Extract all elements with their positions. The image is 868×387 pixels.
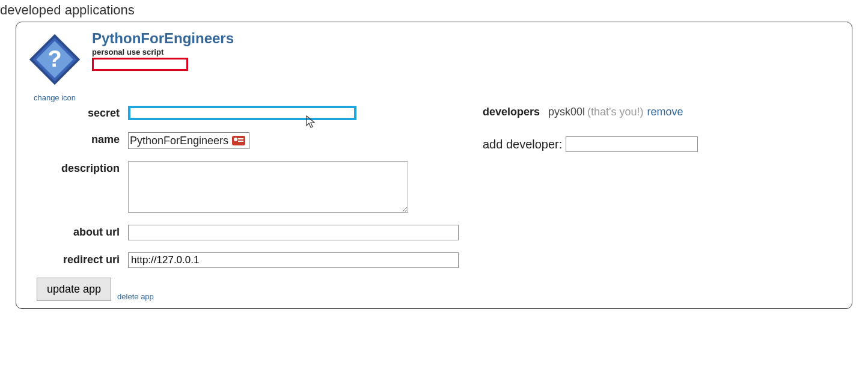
delete-app-link[interactable]: delete app (117, 292, 154, 301)
app-icon: ? (26, 31, 84, 88)
app-header: ? change icon PythonForEngineers persona… (26, 31, 842, 102)
form-body: secret name PythonForEngineers descripti… (26, 106, 842, 301)
redirect-uri-row: redirect uri (26, 252, 459, 268)
about-url-row: about url (26, 225, 459, 240)
update-app-button[interactable]: update app (37, 278, 111, 301)
description-label: description (26, 161, 128, 175)
icon-column: ? change icon (26, 31, 84, 102)
description-row: description (26, 161, 459, 213)
redirect-uri-input[interactable] (128, 252, 459, 268)
actions-row: update app delete app (26, 278, 459, 301)
name-value: PythonForEngineers (130, 135, 232, 147)
developers-label: developers (483, 106, 548, 118)
add-developer-input[interactable] (566, 136, 698, 152)
secret-label: secret (26, 106, 128, 120)
left-column: secret name PythonForEngineers descripti… (26, 106, 459, 301)
about-url-input[interactable] (128, 225, 459, 240)
app-type-label: personal use script (92, 47, 234, 56)
right-column: developers pysk00l (that's you!) remove … (483, 106, 698, 301)
id-badge-icon (232, 136, 245, 145)
remove-developer-link[interactable]: remove (647, 106, 683, 118)
name-label: name (26, 132, 128, 146)
about-url-label: about url (26, 225, 128, 239)
client-id-highlight (92, 58, 188, 71)
name-input-wrap[interactable]: PythonForEngineers (128, 132, 249, 149)
developer-username[interactable]: pysk00l (548, 106, 585, 118)
page-title: developed applications (0, 0, 868, 18)
change-icon-link[interactable]: change icon (34, 93, 76, 102)
description-input[interactable] (128, 161, 408, 213)
name-row: name PythonForEngineers (26, 132, 459, 149)
header-text: PythonForEngineers personal use script (92, 31, 234, 71)
developers-row: developers pysk00l (that's you!) remove (483, 106, 698, 118)
secret-highlight (128, 106, 356, 120)
add-developer-row: add developer: (483, 136, 698, 152)
add-developer-label: add developer: (483, 138, 562, 151)
app-name-title[interactable]: PythonForEngineers (92, 31, 234, 46)
redirect-uri-label: redirect uri (26, 252, 128, 266)
secret-row: secret (26, 106, 459, 120)
app-card: ? change icon PythonForEngineers persona… (16, 22, 852, 309)
svg-text:?: ? (47, 46, 61, 72)
thats-you-text: (that's you!) (587, 106, 643, 118)
